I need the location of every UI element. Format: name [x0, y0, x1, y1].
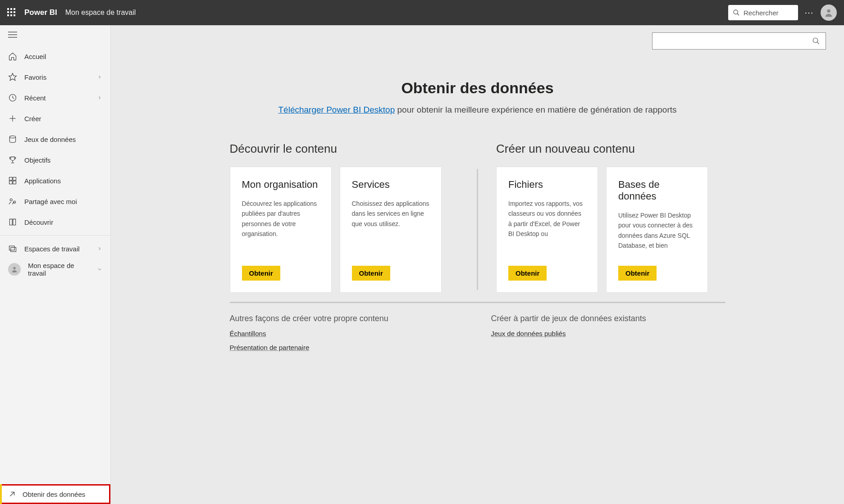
svg-point-0: [734, 10, 738, 14]
sidebar-item-label: Découvrir: [24, 218, 53, 226]
card-desc: Choisissez des applications dans les ser…: [352, 199, 429, 257]
bottom-heading: Créer à partir de jeux de données exista…: [491, 314, 725, 323]
divider: [230, 302, 725, 303]
brand-label: Power BI: [24, 8, 57, 17]
discover-section-title: Découvrir le contenu: [230, 142, 459, 156]
chevron-right-icon: [97, 73, 102, 81]
top-header: Power BI Mon espace de travail Recherche…: [0, 0, 844, 25]
link-published-datasets[interactable]: Jeux de données publiés: [491, 330, 725, 337]
header-search-placeholder: Rechercher: [744, 9, 779, 17]
svg-point-21: [13, 267, 15, 269]
card-desc: Découvrez les applications publiées par …: [242, 199, 319, 257]
sidebar-item-shared[interactable]: Partagé avec moi: [0, 191, 110, 212]
cylinder-icon: [8, 135, 17, 144]
app-launcher-icon[interactable]: [7, 8, 16, 17]
sidebar-item-label: Récent: [24, 94, 46, 102]
download-desktop-link[interactable]: Télécharger Power BI Desktop: [278, 105, 395, 114]
sidebar-item-workspaces[interactable]: Espaces de travail: [0, 238, 110, 259]
card-title: Fichiers: [508, 179, 586, 191]
sidebar-item-label: Créer: [24, 115, 41, 123]
bottom-col-right: Créer à partir de jeux de données exista…: [491, 314, 725, 358]
sidebar-item-label: Objectifs: [24, 156, 50, 164]
sidebar-item-label: Accueil: [24, 53, 46, 60]
sidebar-item-home[interactable]: Accueil: [0, 46, 110, 67]
svg-rect-13: [9, 177, 13, 181]
discover-section: Découvrir le contenu Mon organisation Dé…: [230, 142, 459, 293]
section-divider: [477, 169, 478, 290]
trophy-icon: [8, 155, 17, 164]
svg-rect-19: [9, 246, 15, 250]
home-icon: [8, 52, 17, 61]
sidebar-item-label: Mon espace de travail: [28, 262, 90, 277]
sidebar-item-my-workspace[interactable]: Mon espace de travail: [0, 259, 110, 280]
page-title: Obtenir des données: [129, 79, 826, 97]
card-desc: Importez vos rapports, vos classeurs ou …: [508, 199, 586, 257]
card-title: Bases de données: [618, 179, 696, 202]
sidebar-item-discover[interactable]: Découvrir: [0, 212, 110, 232]
user-avatar[interactable]: [821, 5, 837, 21]
get-button[interactable]: Obtenir: [242, 266, 280, 281]
book-icon: [8, 218, 17, 227]
page-subtitle: Télécharger Power BI Desktop pour obteni…: [129, 105, 826, 115]
workspace-avatar-icon: [8, 263, 21, 276]
nav-list-workspaces: Espaces de travail Mon espace de travail: [0, 238, 110, 280]
arrow-up-right-icon: [8, 490, 16, 498]
svg-point-2: [827, 9, 830, 13]
share-icon: [8, 197, 17, 206]
sidebar-item-get-data[interactable]: Obtenir des données: [0, 484, 110, 504]
sidebar-item-goals[interactable]: Objectifs: [0, 150, 110, 170]
sidebar-item-recent[interactable]: Récent: [0, 87, 110, 108]
apps-icon: [8, 176, 17, 185]
content-search[interactable]: [652, 32, 826, 50]
svg-rect-15: [9, 181, 13, 184]
content-search-input[interactable]: [658, 37, 812, 45]
header-search[interactable]: Rechercher: [728, 5, 798, 20]
svg-rect-14: [13, 177, 16, 181]
star-icon: [8, 73, 17, 82]
sidebar-item-label: Espaces de travail: [24, 245, 80, 253]
chevron-down-icon: [97, 266, 102, 273]
hamburger-toggle[interactable]: [0, 25, 110, 46]
workspaces-icon: [8, 244, 17, 253]
card-databases: Bases de données Utilisez Power BI Deskt…: [606, 167, 708, 293]
sidebar-item-label: Favoris: [24, 73, 46, 81]
clock-icon: [8, 93, 17, 102]
card-files: Fichiers Importez vos rapports, vos clas…: [496, 167, 598, 293]
card-services: Services Choisissez des applications dan…: [340, 167, 442, 293]
chevron-right-icon: [97, 94, 102, 102]
card-desc: Utilisez Power BI Desktop pour vous conn…: [618, 210, 696, 257]
link-samples[interactable]: Échantillons: [230, 330, 464, 337]
sidebar-item-create[interactable]: Créer: [0, 108, 110, 129]
nav-list: Accueil Favoris Récent Créer Jeux de don…: [0, 46, 110, 232]
sidebar-item-favorites[interactable]: Favoris: [0, 67, 110, 87]
plus-icon: [8, 114, 17, 123]
divider: [0, 235, 110, 236]
chevron-right-icon: [97, 245, 102, 253]
sidebar-item-label: Obtenir des données: [23, 490, 85, 498]
bottom-heading: Autres façons de créer votre propre cont…: [230, 314, 464, 323]
create-section-title: Créer un nouveau contenu: [496, 142, 725, 156]
sidebar-item-datasets[interactable]: Jeux de données: [0, 129, 110, 150]
card-title: Services: [352, 179, 429, 191]
card-my-organization: Mon organisation Découvrez les applicati…: [230, 167, 332, 293]
get-button[interactable]: Obtenir: [352, 266, 390, 281]
svg-marker-6: [9, 73, 17, 81]
sidebar-item-apps[interactable]: Applications: [0, 170, 110, 191]
svg-rect-16: [13, 181, 16, 184]
main-content: Obtenir des données Télécharger Power BI…: [111, 25, 844, 504]
person-icon: [824, 8, 834, 18]
sidebar: Accueil Favoris Récent Créer Jeux de don…: [0, 25, 111, 504]
search-icon: [733, 9, 740, 16]
sidebar-item-label: Jeux de données: [24, 136, 76, 143]
get-button[interactable]: Obtenir: [508, 266, 547, 281]
header-workspace-label: Mon espace de travail: [65, 9, 136, 17]
svg-point-23: [813, 38, 818, 43]
sidebar-item-label: Partagé avec moi: [24, 198, 77, 205]
svg-line-22: [10, 492, 14, 496]
create-section: Créer un nouveau contenu Fichiers Import…: [496, 142, 725, 293]
svg-rect-20: [11, 248, 16, 252]
link-partner-showcase[interactable]: Présentation de partenaire: [230, 344, 464, 351]
subtitle-text: pour obtenir la meilleure expérience en …: [395, 105, 676, 114]
more-menu-icon[interactable]: ⋯: [804, 7, 814, 18]
get-button[interactable]: Obtenir: [618, 266, 657, 281]
